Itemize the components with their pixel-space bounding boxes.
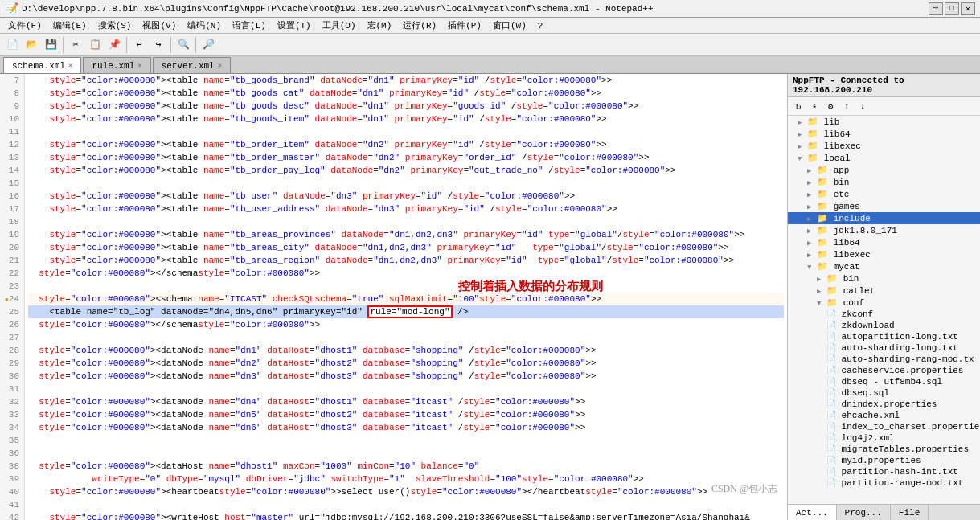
tree-label: zkconf <box>842 309 874 319</box>
code-line-32: style="color:#000080"><dataNode name="dn… <box>28 395 784 408</box>
menu-item-v[interactable]: 视图(V) <box>137 18 181 32</box>
tree-item-libexec[interactable]: ▶ 📁 libexec <box>788 140 980 152</box>
tree-label: auto-sharding-rang-mod.tx <box>842 354 974 364</box>
tab-rule-xml[interactable]: rule.xml✕ <box>83 57 150 73</box>
tree-item-local[interactable]: ▼ 📁 local <box>788 152 980 164</box>
code-line-8: style="color:#000080"><table name="tb_go… <box>28 87 784 100</box>
tree-item-mycat[interactable]: ▼ 📁 mycat <box>788 260 980 272</box>
menu-item-w[interactable]: 窗口(W) <box>488 18 531 32</box>
line-number-25: 25 <box>5 305 19 318</box>
menu-item-s[interactable]: 搜索(S) <box>93 18 137 32</box>
code-line-34: style="color:#000080"><dataNode name="dn… <box>28 421 784 434</box>
code-line-12: style="color:#000080"><table name="tb_or… <box>28 138 784 151</box>
tree-item-dbseq---utf8mb4-sql[interactable]: 📄 dbseq - utf8mb4.sql <box>788 376 980 387</box>
code-line-28: style="color:#000080"><dataNode name="dn… <box>28 344 784 357</box>
tab-close-icon[interactable]: ✕ <box>68 61 72 70</box>
code-line-27 <box>28 331 784 344</box>
line-number-11: 11 <box>5 125 19 138</box>
tree-item-lib[interactable]: ▶ 📁 lib <box>788 116 980 128</box>
tree-item-dbseq-sql[interactable]: 📄 dbseq.sql <box>788 387 980 399</box>
code-area[interactable]: style="color:#000080"><table name="tb_go… <box>25 74 787 520</box>
tree-item-log4j2-xml[interactable]: 📄 log4j2.xml <box>788 432 980 444</box>
find-button[interactable]: 🔍 <box>174 36 192 54</box>
sidebar-upload-button[interactable]: ↑ <box>839 99 854 113</box>
sidebar-title: NppFTP - Connected to 192.168.200.210 <box>793 76 975 95</box>
tree-item-jdk1-8-0_171[interactable]: ▶ 📁 jdk1.8.0_171 <box>788 224 980 236</box>
sidebar-connect-button[interactable]: ⚡ <box>807 99 822 113</box>
line-number-21: 21 <box>5 254 19 267</box>
open-button[interactable]: 📂 <box>23 36 40 54</box>
tree-label: autopartition-long.txt <box>842 332 958 342</box>
tree-label: lib64 <box>824 129 851 139</box>
editor: 7891011121314151617181920212223●24252627… <box>0 74 787 520</box>
code-line-23 <box>28 280 784 293</box>
tab-close-icon[interactable]: ✕ <box>137 61 141 70</box>
cut-button[interactable]: ✂ <box>67 36 84 54</box>
line-number-20: 20 <box>5 241 19 254</box>
code-line-7: style="color:#000080"><table name="tb_go… <box>28 74 784 87</box>
tree-item-autopartition-long-txt[interactable]: 📄 autopartition-long.txt <box>788 331 980 342</box>
bottom-tab-prog[interactable]: Prog... <box>837 505 891 520</box>
tree-item-lib64[interactable]: ▶ 📁 lib64 <box>788 128 980 140</box>
menu-item-o[interactable]: 工具(O) <box>318 18 361 32</box>
menu-item-l[interactable]: 语言(L) <box>228 18 271 32</box>
paste-button[interactable]: 📌 <box>105 36 123 54</box>
sidebar-refresh-button[interactable]: ↻ <box>791 99 806 113</box>
tree-item-dnindex-properties[interactable]: 📄 dnindex.properties <box>788 399 980 410</box>
code-line-13: style="color:#000080"><table name="tb_or… <box>28 151 784 164</box>
menu-item-t[interactable]: 设置(T) <box>273 18 316 32</box>
tree-item-bin[interactable]: ▶ 📁 bin <box>788 176 980 188</box>
editor-wrapper: 7891011121314151617181920212223●24252627… <box>0 74 787 520</box>
tree-item-partition-range-mod-txt[interactable]: 📄 partition-range-mod.txt <box>788 477 980 489</box>
menu-item-[interactable]: ? <box>533 20 548 31</box>
tree-item-catlet[interactable]: ▶ 📁 catlet <box>788 285 980 297</box>
tab-close-icon[interactable]: ✕ <box>218 61 222 70</box>
copy-button[interactable]: 📋 <box>86 36 104 54</box>
tree-item-zkconf[interactable]: 📄 zkconf <box>788 309 980 320</box>
bottom-tab-file[interactable]: File <box>891 505 929 520</box>
undo-button[interactable]: ↩ <box>130 36 148 54</box>
tree-item-libexec[interactable]: ▶ 📁 libexec <box>788 248 980 260</box>
tree-item-cacheservice-properties[interactable]: 📄 cacheservice.properties <box>788 365 980 376</box>
menu-item-r[interactable]: 运行(R) <box>398 18 441 32</box>
tree-item-myid-properties[interactable]: 📄 myid.properties <box>788 455 980 466</box>
bottom-tab-act[interactable]: Act... <box>788 505 837 520</box>
tree-label: dnindex.properties <box>842 399 937 409</box>
tree-item-etc[interactable]: ▶ 📁 etc <box>788 188 980 200</box>
sidebar-download-button[interactable]: ↓ <box>855 99 870 113</box>
sidebar-settings-button[interactable]: ⚙ <box>823 99 838 113</box>
redo-button[interactable]: ↪ <box>150 36 167 54</box>
tree-label: local <box>824 154 851 163</box>
menu-item-n[interactable]: 编码(N) <box>182 18 226 32</box>
toolbar-separator-4 <box>195 37 196 53</box>
menu-item-e[interactable]: 编辑(E) <box>48 18 92 32</box>
menu-item-m[interactable]: 宏(M) <box>363 18 397 32</box>
tree-item-index_to_charset-properties[interactable]: 📄 index_to_charset.properties <box>788 421 980 432</box>
tab-schema-xml[interactable]: schema.xml✕ <box>3 57 81 73</box>
close-button[interactable]: ✕ <box>961 2 975 15</box>
tab-server-xml[interactable]: server.xml✕ <box>153 57 231 73</box>
tree-item-zkdownload[interactable]: 📄 zkdownload <box>788 320 980 331</box>
maximize-button[interactable]: □ <box>945 2 959 15</box>
tree-item-ehcache-xml[interactable]: 📄 ehcache.xml <box>788 410 980 421</box>
tree-label: lib <box>824 117 840 127</box>
tree-item-partition-hash-int-txt[interactable]: 📄 partition-hash-int.txt <box>788 466 980 477</box>
tree-item-auto-sharding-long-txt[interactable]: 📄 auto-sharding-long.txt <box>788 342 980 354</box>
editor-content: 7891011121314151617181920212223●24252627… <box>0 74 787 520</box>
tree-item-games[interactable]: ▶ 📁 games <box>788 200 980 212</box>
tree-item-lib64[interactable]: ▶ 📁 lib64 <box>788 236 980 248</box>
menu-item-f[interactable]: 文件(F) <box>3 18 47 32</box>
save-button[interactable]: 💾 <box>42 36 59 54</box>
tree-item-bin[interactable]: ▶ 📁 bin <box>788 272 980 285</box>
zoom-in-button[interactable]: 🔎 <box>199 36 217 54</box>
tree-item-migrateTables-properties[interactable]: 📄 migrateTables.properties <box>788 444 980 455</box>
tree-item-include[interactable]: ▶ 📁 include <box>788 212 980 224</box>
line-number-40: 40 <box>5 485 19 498</box>
tree-item-auto-sharding-rang-mod-tx[interactable]: 📄 auto-sharding-rang-mod.tx <box>788 354 980 365</box>
menu-item-p[interactable]: 插件(P) <box>443 18 486 32</box>
minimize-button[interactable]: ─ <box>929 2 943 15</box>
tree-item-app[interactable]: ▶ 📁 app <box>788 164 980 176</box>
tree-item-conf[interactable]: ▼ 📁 conf <box>788 297 980 309</box>
code-line-22: style="color:#000080"></schemastyle="col… <box>28 267 784 280</box>
new-button[interactable]: 📄 <box>3 36 21 54</box>
